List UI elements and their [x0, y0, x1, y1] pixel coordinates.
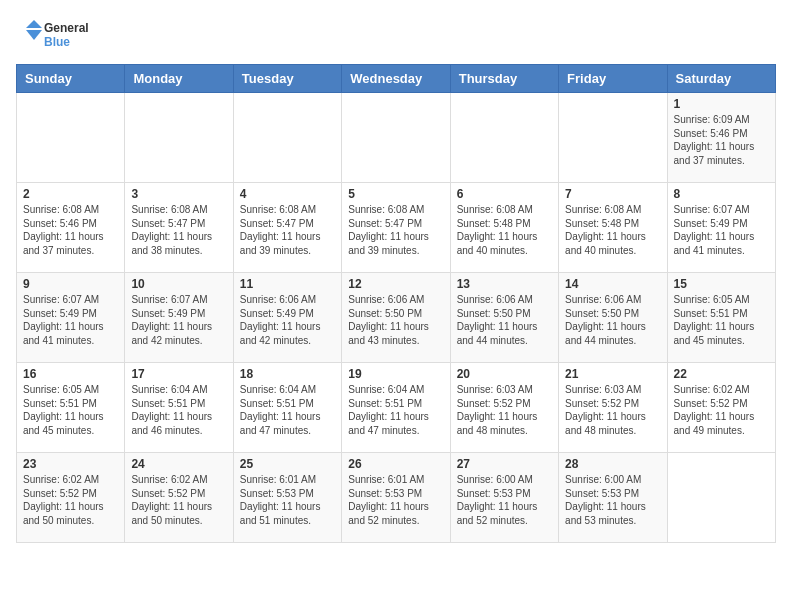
day-info: Sunrise: 6:00 AMSunset: 5:53 PMDaylight:…: [565, 473, 660, 527]
day-number: 23: [23, 457, 118, 471]
calendar-week-row: 23Sunrise: 6:02 AMSunset: 5:52 PMDayligh…: [17, 453, 776, 543]
calendar-week-row: 9Sunrise: 6:07 AMSunset: 5:49 PMDaylight…: [17, 273, 776, 363]
day-number: 4: [240, 187, 335, 201]
calendar-day-cell: 27Sunrise: 6:00 AMSunset: 5:53 PMDayligh…: [450, 453, 558, 543]
day-number: 27: [457, 457, 552, 471]
day-number: 25: [240, 457, 335, 471]
day-info: Sunrise: 6:06 AMSunset: 5:50 PMDaylight:…: [348, 293, 443, 347]
calendar-header-row: SundayMondayTuesdayWednesdayThursdayFrid…: [17, 65, 776, 93]
day-info: Sunrise: 6:05 AMSunset: 5:51 PMDaylight:…: [23, 383, 118, 437]
calendar-day-cell: 20Sunrise: 6:03 AMSunset: 5:52 PMDayligh…: [450, 363, 558, 453]
calendar-day-cell: 17Sunrise: 6:04 AMSunset: 5:51 PMDayligh…: [125, 363, 233, 453]
calendar-day-cell: [342, 93, 450, 183]
weekday-header-friday: Friday: [559, 65, 667, 93]
logo: General Blue: [16, 16, 96, 56]
calendar-day-cell: 19Sunrise: 6:04 AMSunset: 5:51 PMDayligh…: [342, 363, 450, 453]
day-info: Sunrise: 6:03 AMSunset: 5:52 PMDaylight:…: [565, 383, 660, 437]
svg-text:General: General: [44, 21, 89, 35]
calendar-day-cell: 1Sunrise: 6:09 AMSunset: 5:46 PMDaylight…: [667, 93, 775, 183]
day-info: Sunrise: 6:07 AMSunset: 5:49 PMDaylight:…: [674, 203, 769, 257]
calendar-day-cell: 3Sunrise: 6:08 AMSunset: 5:47 PMDaylight…: [125, 183, 233, 273]
svg-marker-2: [26, 20, 42, 28]
day-info: Sunrise: 6:02 AMSunset: 5:52 PMDaylight:…: [23, 473, 118, 527]
calendar-day-cell: 5Sunrise: 6:08 AMSunset: 5:47 PMDaylight…: [342, 183, 450, 273]
calendar-day-cell: 15Sunrise: 6:05 AMSunset: 5:51 PMDayligh…: [667, 273, 775, 363]
calendar-day-cell: 4Sunrise: 6:08 AMSunset: 5:47 PMDaylight…: [233, 183, 341, 273]
day-info: Sunrise: 6:09 AMSunset: 5:46 PMDaylight:…: [674, 113, 769, 167]
day-number: 11: [240, 277, 335, 291]
day-info: Sunrise: 6:03 AMSunset: 5:52 PMDaylight:…: [457, 383, 552, 437]
calendar-day-cell: 16Sunrise: 6:05 AMSunset: 5:51 PMDayligh…: [17, 363, 125, 453]
calendar-day-cell: 12Sunrise: 6:06 AMSunset: 5:50 PMDayligh…: [342, 273, 450, 363]
day-number: 7: [565, 187, 660, 201]
calendar-week-row: 16Sunrise: 6:05 AMSunset: 5:51 PMDayligh…: [17, 363, 776, 453]
day-number: 17: [131, 367, 226, 381]
weekday-header-wednesday: Wednesday: [342, 65, 450, 93]
day-number: 19: [348, 367, 443, 381]
day-info: Sunrise: 6:08 AMSunset: 5:46 PMDaylight:…: [23, 203, 118, 257]
day-number: 13: [457, 277, 552, 291]
day-info: Sunrise: 6:08 AMSunset: 5:47 PMDaylight:…: [240, 203, 335, 257]
weekday-header-sunday: Sunday: [17, 65, 125, 93]
calendar-day-cell: 18Sunrise: 6:04 AMSunset: 5:51 PMDayligh…: [233, 363, 341, 453]
calendar-day-cell: [125, 93, 233, 183]
day-number: 12: [348, 277, 443, 291]
calendar-week-row: 1Sunrise: 6:09 AMSunset: 5:46 PMDaylight…: [17, 93, 776, 183]
day-info: Sunrise: 6:08 AMSunset: 5:48 PMDaylight:…: [565, 203, 660, 257]
calendar-day-cell: 23Sunrise: 6:02 AMSunset: 5:52 PMDayligh…: [17, 453, 125, 543]
day-number: 10: [131, 277, 226, 291]
day-info: Sunrise: 6:01 AMSunset: 5:53 PMDaylight:…: [348, 473, 443, 527]
calendar-day-cell: 14Sunrise: 6:06 AMSunset: 5:50 PMDayligh…: [559, 273, 667, 363]
day-info: Sunrise: 6:07 AMSunset: 5:49 PMDaylight:…: [131, 293, 226, 347]
day-info: Sunrise: 6:04 AMSunset: 5:51 PMDaylight:…: [131, 383, 226, 437]
calendar-day-cell: 8Sunrise: 6:07 AMSunset: 5:49 PMDaylight…: [667, 183, 775, 273]
calendar-day-cell: 7Sunrise: 6:08 AMSunset: 5:48 PMDaylight…: [559, 183, 667, 273]
calendar-day-cell: 21Sunrise: 6:03 AMSunset: 5:52 PMDayligh…: [559, 363, 667, 453]
day-info: Sunrise: 6:01 AMSunset: 5:53 PMDaylight:…: [240, 473, 335, 527]
calendar-day-cell: 2Sunrise: 6:08 AMSunset: 5:46 PMDaylight…: [17, 183, 125, 273]
weekday-header-saturday: Saturday: [667, 65, 775, 93]
calendar-day-cell: 11Sunrise: 6:06 AMSunset: 5:49 PMDayligh…: [233, 273, 341, 363]
day-info: Sunrise: 6:00 AMSunset: 5:53 PMDaylight:…: [457, 473, 552, 527]
day-number: 24: [131, 457, 226, 471]
day-info: Sunrise: 6:02 AMSunset: 5:52 PMDaylight:…: [674, 383, 769, 437]
day-number: 1: [674, 97, 769, 111]
page-header: General Blue: [16, 16, 776, 56]
calendar-day-cell: 28Sunrise: 6:00 AMSunset: 5:53 PMDayligh…: [559, 453, 667, 543]
calendar-day-cell: 13Sunrise: 6:06 AMSunset: 5:50 PMDayligh…: [450, 273, 558, 363]
day-number: 18: [240, 367, 335, 381]
day-info: Sunrise: 6:04 AMSunset: 5:51 PMDaylight:…: [240, 383, 335, 437]
calendar-day-cell: 25Sunrise: 6:01 AMSunset: 5:53 PMDayligh…: [233, 453, 341, 543]
calendar-day-cell: [667, 453, 775, 543]
day-info: Sunrise: 6:05 AMSunset: 5:51 PMDaylight:…: [674, 293, 769, 347]
calendar-week-row: 2Sunrise: 6:08 AMSunset: 5:46 PMDaylight…: [17, 183, 776, 273]
weekday-header-tuesday: Tuesday: [233, 65, 341, 93]
day-info: Sunrise: 6:06 AMSunset: 5:50 PMDaylight:…: [565, 293, 660, 347]
calendar-day-cell: 6Sunrise: 6:08 AMSunset: 5:48 PMDaylight…: [450, 183, 558, 273]
calendar-day-cell: [17, 93, 125, 183]
calendar-day-cell: 24Sunrise: 6:02 AMSunset: 5:52 PMDayligh…: [125, 453, 233, 543]
day-number: 16: [23, 367, 118, 381]
svg-text:Blue: Blue: [44, 35, 70, 49]
day-number: 9: [23, 277, 118, 291]
day-info: Sunrise: 6:07 AMSunset: 5:49 PMDaylight:…: [23, 293, 118, 347]
calendar-day-cell: [450, 93, 558, 183]
calendar-day-cell: 10Sunrise: 6:07 AMSunset: 5:49 PMDayligh…: [125, 273, 233, 363]
day-number: 14: [565, 277, 660, 291]
day-number: 8: [674, 187, 769, 201]
calendar-day-cell: 9Sunrise: 6:07 AMSunset: 5:49 PMDaylight…: [17, 273, 125, 363]
day-number: 5: [348, 187, 443, 201]
day-info: Sunrise: 6:08 AMSunset: 5:47 PMDaylight:…: [131, 203, 226, 257]
day-number: 2: [23, 187, 118, 201]
day-number: 3: [131, 187, 226, 201]
day-number: 22: [674, 367, 769, 381]
day-info: Sunrise: 6:04 AMSunset: 5:51 PMDaylight:…: [348, 383, 443, 437]
day-number: 21: [565, 367, 660, 381]
day-number: 28: [565, 457, 660, 471]
day-number: 20: [457, 367, 552, 381]
day-info: Sunrise: 6:02 AMSunset: 5:52 PMDaylight:…: [131, 473, 226, 527]
day-number: 6: [457, 187, 552, 201]
weekday-header-thursday: Thursday: [450, 65, 558, 93]
calendar-day-cell: [559, 93, 667, 183]
logo-svg: General Blue: [16, 16, 96, 56]
